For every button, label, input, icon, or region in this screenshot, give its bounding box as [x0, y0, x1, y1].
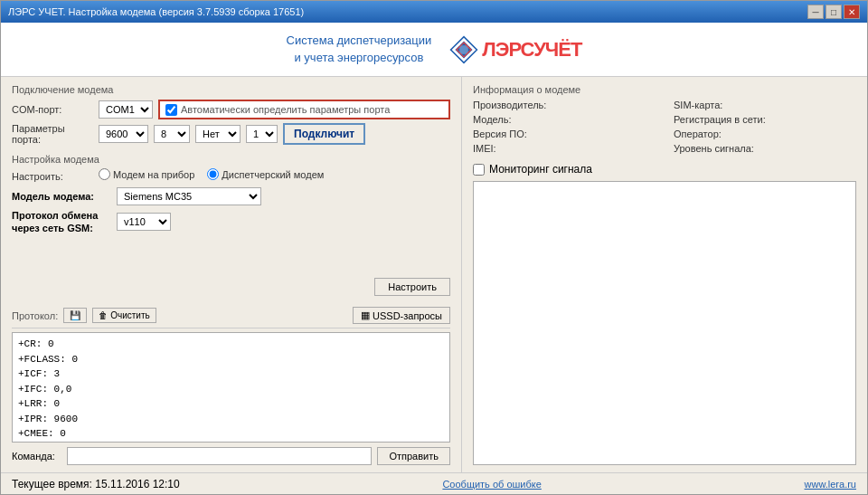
operator-item: Оператор:	[674, 129, 856, 139]
stop-select[interactable]: 1 2	[246, 125, 278, 143]
logo-diamond-icon	[449, 35, 478, 64]
clear-log-button[interactable]: 🗑 Очистить	[92, 308, 156, 323]
main-content: Подключение модема COM-порт: COM1 COM2 C…	[1, 77, 867, 472]
log-area[interactable]: +CR: 0 +FCLASS: 0 +ICF: 3 +IFC: 0,0 +LRR…	[12, 332, 450, 443]
protocol-row: Протокол обмена через сеть GSM: v110 v12…	[12, 209, 450, 235]
setup-button[interactable]: Настроить	[374, 278, 450, 296]
left-panel: Подключение модема COM-порт: COM1 COM2 C…	[1, 77, 462, 472]
manufacturer-key: Производитель:	[473, 100, 656, 110]
modem-model-label: Модель модема:	[12, 191, 111, 202]
radio-dispatch[interactable]: Диспетчерский модем	[207, 168, 324, 180]
modem-setup-section: Настройка модема Настроить: Модем на при…	[12, 148, 450, 307]
firmware-item: Версия ПО:	[473, 129, 656, 139]
footer-time: Текущее время: 15.11.2016 12:10	[12, 478, 180, 490]
modem-model-row: Модель модема: Siemens MC35 Other	[12, 187, 450, 205]
sim-key: SIM-карта:	[674, 100, 856, 110]
operator-key: Оператор:	[674, 129, 856, 139]
com-port-row: COM-порт: COM1 COM2 COM3 Автоматически о…	[12, 100, 450, 119]
maximize-button[interactable]: □	[826, 5, 842, 19]
auto-detect-box: Автоматически определить параметры порта	[158, 100, 450, 119]
protocol-select[interactable]: v110 v120	[117, 213, 171, 231]
sim-item: SIM-карта:	[674, 100, 856, 110]
modem-model-select[interactable]: Siemens MC35 Other	[117, 187, 261, 205]
manufacturer-item: Производитель:	[473, 100, 656, 110]
connection-section: Подключение модема COM-порт: COM1 COM2 C…	[12, 84, 450, 148]
report-error-link[interactable]: Сообщить об ошибке	[442, 479, 541, 490]
modem-setup-label: Настройка модема	[12, 154, 450, 165]
main-window: ЛЭРС УЧЕТ. Настройка модема (версия 3.7.…	[0, 0, 868, 495]
log-label: Протокол:	[12, 310, 58, 321]
signal-key: Уровень сигнала:	[674, 143, 856, 154]
radio-device-input[interactable]	[99, 168, 110, 180]
connection-label: Подключение модема	[12, 84, 450, 95]
clear-icon: 🗑	[99, 310, 108, 320]
params-label: Параметры порта:	[12, 123, 93, 145]
radio-group: Модем на прибор Диспетчерский модем	[99, 168, 324, 180]
header-text: Система диспетчеризации и учета энергоре…	[287, 33, 432, 65]
com-port-label: COM-порт:	[12, 104, 93, 115]
radio-device[interactable]: Модем на прибор	[99, 168, 194, 180]
monitoring-label: Мониторинг сигнала	[489, 163, 592, 176]
firmware-key: Версия ПО:	[473, 129, 656, 139]
baud-select[interactable]: 9600 4800 19200	[99, 125, 148, 143]
cmd-label: Команда:	[12, 451, 61, 462]
com-port-select[interactable]: COM1 COM2 COM3	[99, 100, 153, 119]
params-row: Параметры порта: 9600 4800 19200 8 7 Нет…	[12, 123, 450, 145]
log-content: +CR: 0 +FCLASS: 0 +ICF: 3 +IFC: 0,0 +LRR…	[18, 337, 444, 443]
auto-detect-checkbox[interactable]	[165, 104, 177, 116]
model-key: Модель:	[473, 114, 656, 125]
monitoring-box	[473, 181, 856, 465]
logo-area: ЛЭРСУЧЁТ	[449, 35, 581, 64]
close-button[interactable]: ✕	[844, 5, 860, 19]
network-key: Регистрация в сети:	[674, 114, 856, 125]
site-link[interactable]: www.lera.ru	[805, 479, 856, 490]
cmd-input[interactable]	[67, 447, 372, 465]
imei-key: IMEI:	[473, 143, 656, 154]
bits-select[interactable]: 8 7	[154, 125, 190, 143]
right-panel: Информация о модеме Производитель: SIM-к…	[462, 77, 867, 472]
parity-select[interactable]: Нет Чётн	[195, 125, 241, 143]
window-controls: ─ □ ✕	[807, 5, 860, 19]
model-item: Модель:	[473, 114, 656, 125]
minimize-button[interactable]: ─	[807, 5, 824, 19]
signal-item: Уровень сигнала:	[674, 143, 856, 154]
imei-item: IMEI:	[473, 143, 656, 154]
save-log-button[interactable]: 💾	[63, 308, 87, 323]
save-icon: 💾	[70, 310, 80, 320]
ussd-button[interactable]: ▦ USSD-запросы	[353, 307, 450, 324]
header-bar: Система диспетчеризации и учета энергоре…	[1, 23, 867, 77]
protocol-label: Протокол обмена через сеть GSM:	[12, 209, 111, 235]
setup-row: Настроить: Модем на прибор Диспетчерский…	[12, 168, 450, 184]
connect-button[interactable]: Подключит	[283, 123, 365, 145]
monitoring-row: Мониторинг сигнала	[473, 163, 856, 176]
radio-dispatch-input[interactable]	[207, 168, 219, 180]
send-button[interactable]: Отправить	[377, 447, 450, 465]
log-section: Протокол: 💾 🗑 Очистить ▦ USSD-запросы +C…	[12, 307, 450, 465]
footer: Текущее время: 15.11.2016 12:10 Сообщить…	[1, 472, 867, 494]
auto-detect-label: Автоматически определить параметры порта	[181, 104, 390, 115]
setup-label: Настроить:	[12, 171, 93, 182]
monitoring-checkbox[interactable]	[473, 164, 485, 176]
modem-info-grid: Производитель: SIM-карта: Модель: Регист…	[473, 100, 856, 154]
modem-info-label: Информация о модеме	[473, 84, 856, 95]
titlebar: ЛЭРС УЧЕТ. Настройка модема (версия 3.7.…	[1, 1, 867, 23]
window-title: ЛЭРС УЧЕТ. Настройка модема (версия 3.7.…	[8, 6, 304, 17]
ussd-icon: ▦	[361, 309, 370, 321]
command-row: Команда: Отправить	[12, 447, 450, 465]
logo-text: ЛЭРСУЧЁТ	[482, 38, 581, 62]
svg-marker-2	[460, 45, 469, 54]
network-item: Регистрация в сети:	[674, 114, 856, 125]
log-toolbar: Протокол: 💾 🗑 Очистить ▦ USSD-запросы	[12, 307, 450, 328]
